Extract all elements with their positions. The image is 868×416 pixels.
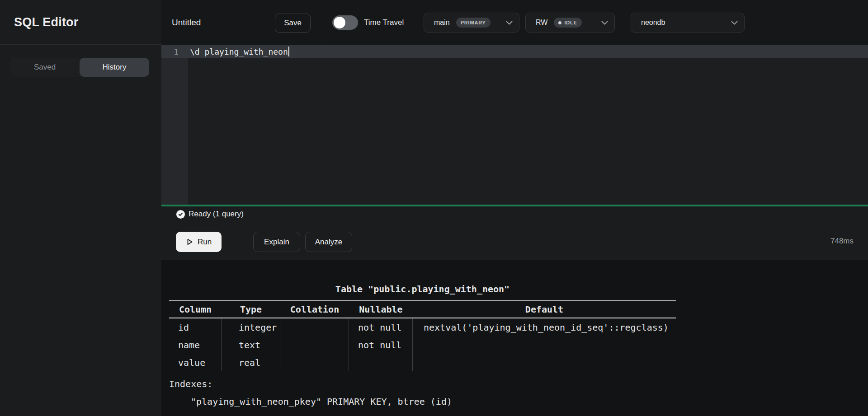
toggle-knob-icon bbox=[334, 17, 345, 28]
tab-saved[interactable]: Saved bbox=[10, 58, 80, 77]
topbar: Untitled Save Time Travel main PRIMARY R… bbox=[161, 0, 868, 45]
index-definition: "playing_with_neon_pkey" PRIMARY KEY, bt… bbox=[191, 396, 452, 407]
cell-nullable: not null bbox=[349, 336, 413, 354]
indexes-label: Indexes: bbox=[169, 379, 212, 389]
run-label: Run bbox=[198, 238, 212, 247]
table-row: name text not null bbox=[169, 336, 676, 354]
column-header: Collation bbox=[280, 301, 349, 318]
query-duration: 748ms bbox=[830, 222, 854, 260]
actions-toolbar: Run Explain Analyze 748ms bbox=[161, 222, 868, 260]
cell-collation bbox=[280, 318, 349, 336]
cell-collation bbox=[280, 354, 349, 371]
code-editor[interactable]: 1 \d playing_with_neon bbox=[161, 45, 868, 205]
table-row: value real bbox=[169, 354, 676, 371]
cell-nullable: not null bbox=[349, 318, 413, 336]
compute-name: RW bbox=[536, 19, 547, 27]
time-travel-toggle[interactable] bbox=[332, 15, 358, 30]
results-pane: Table "public.playing_with_neon" Column … bbox=[161, 260, 868, 416]
topbar-divider bbox=[322, 0, 322, 45]
toolbar-separator bbox=[238, 234, 238, 249]
chevron-down-icon bbox=[506, 21, 513, 25]
cell-column: value bbox=[169, 354, 222, 371]
ready-check-icon bbox=[176, 210, 185, 219]
tab-history[interactable]: History bbox=[80, 58, 149, 77]
line-number-gutter bbox=[161, 45, 188, 205]
cell-column: name bbox=[169, 336, 222, 354]
cell-default bbox=[413, 336, 676, 354]
sidebar: SQL Editor Saved History bbox=[0, 0, 161, 416]
analyze-button[interactable]: Analyze bbox=[305, 232, 352, 252]
cell-type: integer bbox=[222, 318, 280, 336]
chevron-down-icon bbox=[731, 21, 738, 25]
column-header: Nullable bbox=[349, 301, 413, 318]
run-button[interactable]: Run bbox=[176, 232, 222, 252]
column-header: Type bbox=[222, 301, 280, 318]
sidebar-header: SQL Editor bbox=[0, 0, 161, 45]
time-travel-label: Time Travel bbox=[364, 0, 404, 45]
cell-collation bbox=[280, 336, 349, 354]
explain-button[interactable]: Explain bbox=[253, 232, 300, 252]
chevron-down-icon bbox=[601, 21, 608, 25]
branch-primary-badge: PRIMARY bbox=[456, 18, 491, 28]
cell-default bbox=[413, 354, 676, 371]
cell-type: text bbox=[222, 336, 280, 354]
play-icon bbox=[186, 238, 193, 246]
table-row: id integer not null nextval('playing_wit… bbox=[169, 318, 676, 336]
branch-name: main bbox=[434, 19, 450, 27]
column-header: Default bbox=[413, 301, 676, 318]
compute-status-badge: IDLE bbox=[554, 18, 581, 28]
code-text: \d playing_with_neon bbox=[190, 47, 288, 56]
sql-editor-app: SQL Editor Saved History Untitled Save T… bbox=[0, 0, 868, 416]
database-name: neondb bbox=[641, 19, 665, 27]
cell-column: id bbox=[169, 318, 222, 336]
result-table-header-row: Column Type Collation Nullable Default bbox=[169, 301, 676, 318]
idle-status-dot-icon bbox=[558, 21, 561, 24]
database-select[interactable]: neondb bbox=[631, 13, 745, 33]
compute-select[interactable]: RW IDLE bbox=[525, 13, 615, 33]
line-number: 1 bbox=[161, 47, 179, 56]
cell-default: nextval('playing_with_neon_id_seq'::regc… bbox=[413, 318, 676, 336]
column-header: Column bbox=[169, 301, 222, 318]
status-message: Ready (1 query) bbox=[189, 210, 244, 219]
query-title[interactable]: Untitled bbox=[172, 0, 201, 45]
status-bar: Ready (1 query) bbox=[161, 206, 868, 222]
save-button[interactable]: Save bbox=[275, 14, 311, 33]
page-title: SQL Editor bbox=[14, 15, 79, 29]
result-table: Column Type Collation Nullable Default i… bbox=[169, 300, 676, 371]
compute-status-text: IDLE bbox=[564, 20, 577, 25]
text-cursor bbox=[288, 47, 289, 56]
active-code-line[interactable]: 1 \d playing_with_neon bbox=[161, 45, 868, 58]
saved-history-segmented-control: Saved History bbox=[10, 58, 149, 77]
cell-type: real bbox=[222, 354, 280, 371]
result-table-title: Table "public.playing_with_neon" bbox=[169, 284, 676, 294]
result-table-body: id integer not null nextval('playing_wit… bbox=[169, 318, 676, 371]
cell-nullable bbox=[349, 354, 413, 371]
branch-select[interactable]: main PRIMARY bbox=[424, 13, 519, 33]
